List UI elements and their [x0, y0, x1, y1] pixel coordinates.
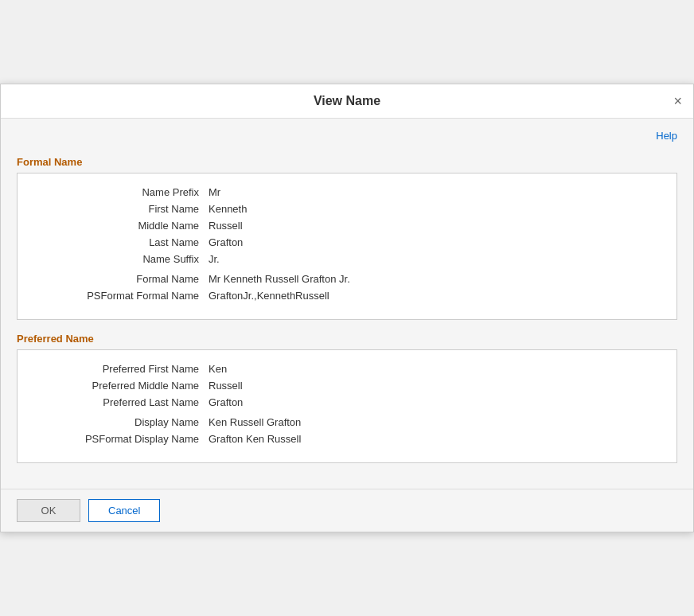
value-psformat-display-name: Grafton Ken Russell [209, 433, 301, 445]
field-row-name-suffix: Name Suffix Jr. [33, 253, 661, 265]
field-row-psformat-display-name: PSFormat Display Name Grafton Ken Russel… [33, 433, 661, 445]
value-formal-name: Mr Kenneth Russell Grafton Jr. [209, 273, 350, 285]
formal-name-section-label: Formal Name [17, 156, 677, 168]
preferred-name-section-box: Preferred First Name Ken Preferred Middl… [17, 349, 677, 463]
label-preferred-last-name: Preferred Last Name [33, 396, 209, 408]
value-name-prefix: Mr [209, 186, 220, 198]
label-name-prefix: Name Prefix [33, 186, 209, 198]
label-display-name: Display Name [33, 416, 209, 428]
label-psformat-display-name: PSFormat Display Name [33, 433, 209, 445]
value-name-suffix: Jr. [209, 253, 220, 265]
value-first-name: Kenneth [209, 203, 247, 215]
value-last-name: Grafton [209, 236, 243, 248]
help-link-container: Help [17, 127, 677, 148]
label-middle-name: Middle Name [33, 220, 209, 232]
dialog-footer: OK Cancel [1, 489, 693, 532]
field-row-preferred-middle-name: Preferred Middle Name Russell [33, 380, 661, 392]
formal-name-section-box: Name Prefix Mr First Name Kenneth Middle… [17, 173, 677, 320]
close-button[interactable]: × [673, 94, 682, 108]
ok-button[interactable]: OK [17, 499, 80, 522]
cancel-button[interactable]: Cancel [88, 499, 160, 522]
field-row-first-name: First Name Kenneth [33, 203, 661, 215]
value-preferred-last-name: Grafton [209, 396, 243, 408]
help-link[interactable]: Help [656, 130, 677, 142]
preferred-name-section-label: Preferred Name [17, 333, 677, 345]
value-middle-name: Russell [209, 220, 243, 232]
view-name-dialog: View Name × Help Formal Name Name Prefix… [0, 84, 694, 532]
value-preferred-middle-name: Russell [209, 380, 243, 392]
label-preferred-middle-name: Preferred Middle Name [33, 380, 209, 392]
field-row-formal-name: Formal Name Mr Kenneth Russell Grafton J… [33, 273, 661, 285]
dialog-header: View Name × [1, 84, 693, 119]
label-name-suffix: Name Suffix [33, 253, 209, 265]
field-row-name-prefix: Name Prefix Mr [33, 186, 661, 198]
field-row-middle-name: Middle Name Russell [33, 220, 661, 232]
value-display-name: Ken Russell Grafton [209, 416, 301, 428]
field-row-preferred-first-name: Preferred First Name Ken [33, 363, 661, 375]
label-preferred-first-name: Preferred First Name [33, 363, 209, 375]
label-first-name: First Name [33, 203, 209, 215]
field-row-display-name: Display Name Ken Russell Grafton [33, 416, 661, 428]
label-formal-name: Formal Name [33, 273, 209, 285]
value-preferred-first-name: Ken [209, 363, 227, 375]
label-psformat-formal-name: PSFormat Formal Name [33, 290, 209, 302]
value-psformat-formal-name: GraftonJr.,KennethRussell [209, 290, 329, 302]
label-last-name: Last Name [33, 236, 209, 248]
dialog-title: View Name [314, 94, 380, 108]
field-row-last-name: Last Name Grafton [33, 236, 661, 248]
field-row-preferred-last-name: Preferred Last Name Grafton [33, 396, 661, 408]
field-row-psformat-formal-name: PSFormat Formal Name GraftonJr.,KennethR… [33, 290, 661, 302]
dialog-body: Help Formal Name Name Prefix Mr First Na… [1, 119, 693, 489]
